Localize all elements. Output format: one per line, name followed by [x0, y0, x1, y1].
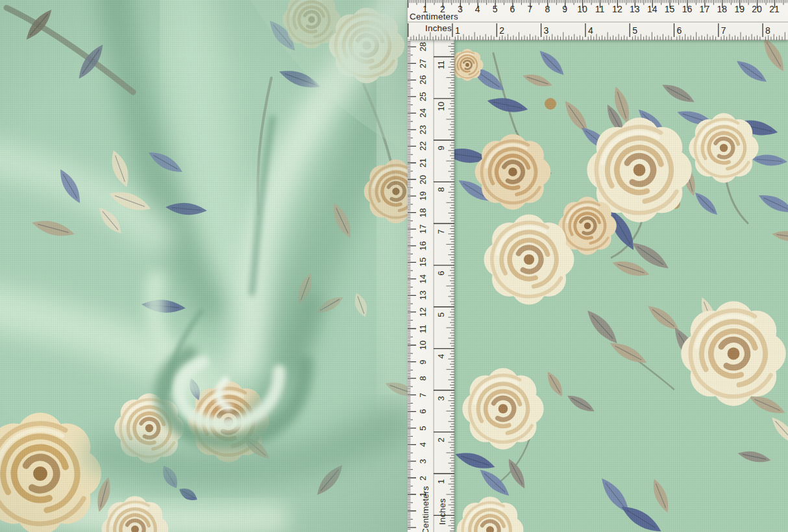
cm-tick-label: 9	[562, 4, 567, 14]
cm-tick-label: 7	[418, 388, 428, 402]
cm-tick-label: 18	[717, 4, 728, 14]
cm-minor-ticks	[410, 0, 787, 3]
ruler-divider	[434, 40, 434, 532]
cm-tick-label: 11	[595, 4, 605, 14]
cm-tick-label: 8	[418, 371, 428, 385]
cm-tick-label: 28	[418, 40, 428, 54]
inch-tick-label: 1	[455, 25, 460, 36]
draped-fabric-swatch	[0, 0, 408, 532]
cm-tick-label: 15	[418, 255, 428, 269]
cm-tick-label: 12	[612, 4, 622, 14]
cm-tick-label: 10	[418, 338, 428, 352]
cm-tick-label: 23	[418, 123, 428, 137]
rose-print	[484, 215, 574, 305]
cm-tick-label: 6	[510, 4, 515, 14]
fabric-product-photo: Centimeters Inches 123456789101112131415…	[0, 0, 788, 532]
cm-tick-label: 25	[418, 90, 428, 104]
cm-tick-label: 21	[418, 156, 428, 170]
inch-tick-label: 8	[436, 182, 447, 197]
cm-tick-label: 9	[418, 355, 428, 369]
cm-tick-label: 4	[418, 437, 428, 452]
horizontal-centimeters-label: Centimeters	[410, 12, 458, 21]
cm-tick-label: 21	[769, 4, 780, 14]
cm-tick-label: 7	[527, 4, 532, 14]
inch-tick-label: 4	[436, 349, 447, 363]
cm-tick-label: 5	[493, 4, 498, 14]
cm-tick-label: 18	[418, 206, 428, 220]
inch-tick-label: 9	[436, 141, 447, 155]
cm-tick-label: 3	[418, 454, 428, 468]
cm-tick-label: 2	[440, 4, 445, 14]
cm-tick-label: 2	[418, 471, 428, 485]
cm-tick-label: 6	[418, 404, 428, 418]
cm-tick-label: 16	[418, 239, 428, 253]
flat-fabric-art	[454, 40, 788, 532]
rose-print	[681, 301, 785, 405]
vertical-ruler-ticks	[408, 40, 454, 532]
cm-tick-label: 1	[418, 487, 428, 502]
rose-print	[689, 113, 758, 182]
cm-tick-label: 8	[545, 4, 550, 14]
rose-print	[462, 368, 543, 449]
cm-tick-label: 11	[418, 322, 428, 336]
vertical-ruler: Centimeters Inches 123456789101112131415…	[408, 40, 454, 532]
inch-minor-ticks	[411, 32, 785, 41]
inch-tick-label: 2	[436, 433, 447, 447]
cm-tick-label: 26	[418, 73, 428, 87]
inch-tick-label: 10	[436, 99, 447, 114]
inch-tick-label: 11	[436, 58, 447, 72]
cm-tick-label: 16	[682, 4, 693, 14]
inch-major-ticks	[408, 23, 763, 37]
inch-tick-label: 4	[588, 25, 593, 36]
horizontal-inches-label: Inches	[425, 23, 452, 33]
rosebud-print	[545, 98, 556, 110]
cm-tick-label: 20	[418, 173, 428, 187]
cm-tick-label: 27	[418, 56, 428, 71]
cm-tick-label: 13	[630, 4, 640, 14]
cm-tick-label: 15	[665, 4, 675, 14]
draped-fabric-art	[0, 0, 408, 532]
cm-tick-label: 4	[475, 4, 480, 14]
cm-tick-label: 17	[418, 222, 428, 236]
cm-tick-label: 17	[700, 4, 710, 14]
inch-tick-label: 7	[721, 25, 726, 36]
ruler-edge	[408, 40, 788, 40]
vertical-inches-label: Inches	[437, 496, 447, 528]
horizontal-ruler: Centimeters Inches 123456789101112131415…	[408, 0, 788, 40]
cm-tick-label: 1	[423, 4, 428, 14]
cm-tick-label: 22	[418, 139, 428, 153]
inch-tick-label: 5	[436, 308, 447, 322]
inch-tick-label: 3	[436, 391, 447, 405]
inch-tick-label: 6	[677, 25, 682, 36]
cm-tick-label: 19	[734, 4, 745, 14]
cm-tick-label: 24	[418, 106, 428, 120]
cm-tick-label: 12	[418, 305, 428, 319]
cm-tick-label: 14	[418, 272, 428, 286]
cm-tick-label: 13	[418, 288, 428, 302]
inch-tick-label: 5	[632, 25, 637, 36]
ruler-divider	[408, 21, 788, 22]
inch-tick-label: 7	[436, 224, 447, 239]
inch-tick-label: 6	[436, 266, 447, 280]
flat-fabric-swatch	[454, 40, 788, 532]
cm-tick-label: 5	[418, 421, 428, 435]
rose-print	[475, 134, 551, 210]
cm-tick-label: 3	[458, 4, 463, 14]
cm-tick-label: 10	[577, 4, 587, 14]
cm-tick-label: 19	[418, 189, 428, 203]
cm-minor-ticks	[408, 42, 411, 529]
inch-tick-label: 1	[436, 474, 447, 489]
inch-tick-label: 8	[765, 25, 770, 36]
cm-tick-label: 20	[752, 4, 762, 14]
inch-tick-label: 2	[499, 25, 504, 36]
cm-tick-label: 14	[647, 4, 658, 14]
inch-tick-label: 3	[544, 25, 549, 36]
inch-minor-ticks	[447, 43, 455, 531]
